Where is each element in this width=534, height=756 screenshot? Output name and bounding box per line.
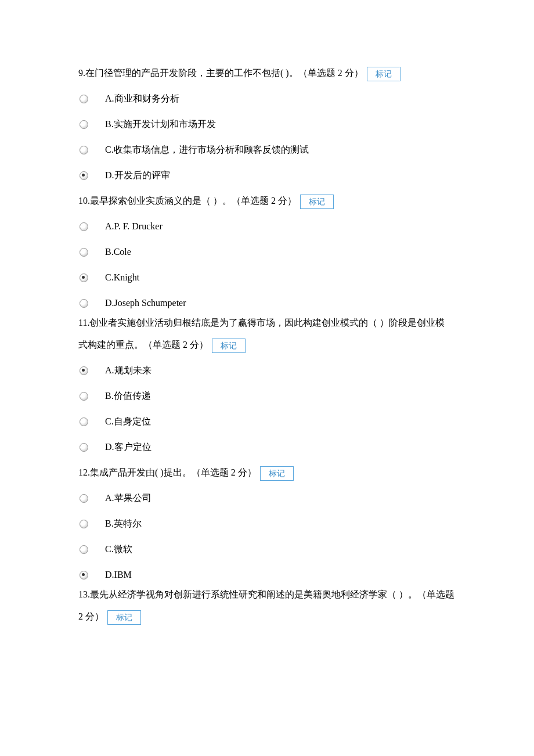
page-content: 9.在门径管理的产品开发阶段，主要的工作不包括( )。（单选题 2 分） 标记 … bbox=[0, 0, 534, 756]
radio-wrap bbox=[78, 443, 105, 452]
question-11-option-d[interactable]: D.客户定位 bbox=[78, 438, 456, 456]
question-9-option-c[interactable]: C.收集市场信息，进行市场分析和顾客反馈的测试 bbox=[78, 141, 456, 159]
question-12-option-a[interactable]: A.苹果公司 bbox=[78, 489, 456, 507]
option-text: B.实施开发计划和市场开发 bbox=[105, 115, 216, 134]
radio-icon[interactable] bbox=[80, 443, 88, 452]
question-10-option-c[interactable]: C.Knight bbox=[78, 268, 456, 287]
question-9: 9.在门径管理的产品开发阶段，主要的工作不包括( )。（单选题 2 分） 标记 … bbox=[78, 64, 456, 185]
radio-icon[interactable] bbox=[80, 392, 88, 401]
question-11-text-line2: 式构建的重点。（单选题 2 分） 标记 bbox=[78, 336, 456, 354]
radio-icon-selected[interactable] bbox=[80, 571, 88, 579]
question-9-text: 9.在门径管理的产品开发阶段，主要的工作不包括( )。（单选题 2 分） bbox=[78, 68, 363, 78]
question-12-option-b[interactable]: B.英特尔 bbox=[78, 514, 456, 533]
option-text: A.规划未来 bbox=[105, 361, 151, 380]
option-text: D.客户定位 bbox=[105, 438, 151, 456]
mark-button[interactable]: 标记 bbox=[212, 339, 246, 353]
question-11: 11.创业者实施创业活动归根结底是为了赢得市场，因此构建创业模式的（ ）阶段是创… bbox=[78, 314, 456, 456]
question-10-option-d[interactable]: D.Joseph Schumpeter bbox=[78, 294, 456, 312]
radio-icon[interactable] bbox=[80, 299, 88, 308]
radio-wrap bbox=[78, 120, 105, 129]
question-11-option-a[interactable]: A.规划未来 bbox=[78, 361, 456, 380]
radio-wrap bbox=[78, 95, 105, 103]
radio-wrap bbox=[78, 171, 105, 180]
question-12: 12.集成产品开发由( )提出。（单选题 2 分） 标记 A.苹果公司 B.英特… bbox=[78, 463, 456, 584]
radio-icon[interactable] bbox=[80, 545, 88, 554]
radio-icon-selected[interactable] bbox=[80, 273, 88, 282]
option-text: C.自身定位 bbox=[105, 412, 151, 431]
option-text: C.微软 bbox=[105, 540, 132, 559]
radio-wrap bbox=[78, 545, 105, 554]
radio-icon-selected[interactable] bbox=[80, 366, 88, 375]
question-10-text-row: 10.最早探索创业实质涵义的是（ ）。（单选题 2 分） 标记 bbox=[78, 192, 456, 210]
option-text: C.收集市场信息，进行市场分析和顾客反馈的测试 bbox=[105, 141, 309, 159]
question-11-text-part2: 式构建的重点。（单选题 2 分） bbox=[78, 340, 208, 350]
question-11-option-c[interactable]: C.自身定位 bbox=[78, 412, 456, 431]
question-13-text-line1: 13.最先从经济学视角对创新进行系统性研究和阐述的是美籍奥地利经济学家（ ）。（… bbox=[78, 585, 456, 604]
radio-icon[interactable] bbox=[80, 248, 88, 257]
option-text: D.开发后的评审 bbox=[105, 166, 170, 185]
option-text: D.IBM bbox=[105, 566, 132, 584]
question-9-option-b[interactable]: B.实施开发计划和市场开发 bbox=[78, 115, 456, 134]
radio-wrap bbox=[78, 417, 105, 426]
question-13-text-part2: 2 分） bbox=[78, 611, 104, 621]
question-10-option-a[interactable]: A.P. F. Drucker bbox=[78, 217, 456, 236]
question-12-option-c[interactable]: C.微软 bbox=[78, 540, 456, 559]
radio-wrap bbox=[78, 571, 105, 579]
option-text: A.商业和财务分析 bbox=[105, 89, 179, 108]
question-13-text-line2: 2 分） 标记 bbox=[78, 607, 456, 626]
radio-icon[interactable] bbox=[80, 146, 88, 154]
radio-wrap bbox=[78, 366, 105, 375]
option-text: D.Joseph Schumpeter bbox=[105, 294, 186, 312]
question-9-option-a[interactable]: A.商业和财务分析 bbox=[78, 89, 456, 108]
mark-button[interactable]: 标记 bbox=[300, 195, 334, 209]
radio-wrap bbox=[78, 494, 105, 503]
question-13: 13.最先从经济学视角对创新进行系统性研究和阐述的是美籍奥地利经济学家（ ）。（… bbox=[78, 585, 456, 626]
mark-button[interactable]: 标记 bbox=[107, 610, 141, 625]
option-text: B.价值传递 bbox=[105, 387, 151, 405]
option-text: A.P. F. Drucker bbox=[105, 217, 163, 236]
radio-wrap bbox=[78, 392, 105, 401]
radio-wrap bbox=[78, 299, 105, 308]
option-text: A.苹果公司 bbox=[105, 489, 151, 507]
radio-icon[interactable] bbox=[80, 494, 88, 503]
radio-wrap bbox=[78, 222, 105, 231]
question-12-option-d[interactable]: D.IBM bbox=[78, 566, 456, 584]
radio-icon[interactable] bbox=[80, 417, 88, 426]
question-11-text-line1: 11.创业者实施创业活动归根结底是为了赢得市场，因此构建创业模式的（ ）阶段是创… bbox=[78, 314, 456, 332]
option-text: C.Knight bbox=[105, 268, 139, 287]
radio-icon[interactable] bbox=[80, 95, 88, 103]
radio-wrap bbox=[78, 146, 105, 154]
radio-icon[interactable] bbox=[80, 222, 88, 231]
radio-wrap bbox=[78, 248, 105, 257]
question-11-text-part1: 11.创业者实施创业活动归根结底是为了赢得市场，因此构建创业模式的（ ）阶段是创… bbox=[78, 318, 445, 327]
radio-icon[interactable] bbox=[80, 520, 88, 528]
option-text: B.英特尔 bbox=[105, 514, 142, 533]
question-10-option-b[interactable]: B.Cole bbox=[78, 243, 456, 261]
question-9-text-row: 9.在门径管理的产品开发阶段，主要的工作不包括( )。（单选题 2 分） 标记 bbox=[78, 64, 456, 82]
question-9-option-d[interactable]: D.开发后的评审 bbox=[78, 166, 456, 185]
question-10: 10.最早探索创业实质涵义的是（ ）。（单选题 2 分） 标记 A.P. F. … bbox=[78, 192, 456, 312]
question-10-text: 10.最早探索创业实质涵义的是（ ）。（单选题 2 分） bbox=[78, 196, 297, 206]
question-13-text-part1: 13.最先从经济学视角对创新进行系统性研究和阐述的是美籍奥地利经济学家（ ）。（… bbox=[78, 589, 454, 599]
radio-icon[interactable] bbox=[80, 120, 88, 129]
option-text: B.Cole bbox=[105, 243, 131, 261]
question-12-text-row: 12.集成产品开发由( )提出。（单选题 2 分） 标记 bbox=[78, 463, 456, 482]
radio-wrap bbox=[78, 273, 105, 282]
radio-icon-selected[interactable] bbox=[80, 171, 88, 180]
mark-button[interactable]: 标记 bbox=[367, 67, 400, 81]
radio-wrap bbox=[78, 520, 105, 528]
question-12-text: 12.集成产品开发由( )提出。（单选题 2 分） bbox=[78, 467, 257, 477]
mark-button[interactable]: 标记 bbox=[260, 466, 294, 481]
question-11-option-b[interactable]: B.价值传递 bbox=[78, 387, 456, 405]
